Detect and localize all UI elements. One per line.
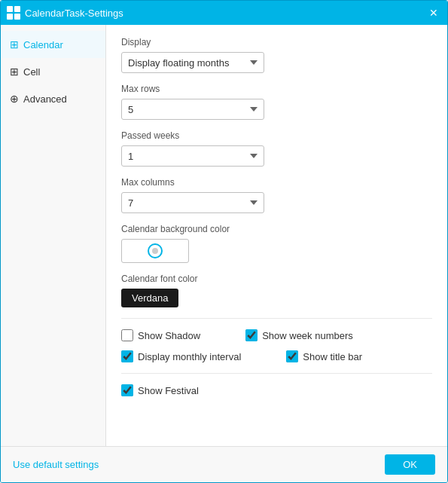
font-color-group: Calendar font color Verdana bbox=[121, 274, 432, 307]
display-label: Display bbox=[121, 37, 432, 47]
close-button[interactable]: ✕ bbox=[426, 5, 441, 20]
sidebar-item-calendar[interactable]: ⊞ Calendar bbox=[1, 31, 105, 58]
passed-weeks-label: Passed weeks bbox=[121, 130, 432, 141]
main-panel: Display Display floating months Display … bbox=[106, 25, 447, 446]
show-shadow-item[interactable]: Show Shadow bbox=[121, 329, 200, 341]
sidebar-item-cell[interactable]: ⊞ Cell bbox=[1, 58, 105, 85]
app-icon bbox=[7, 6, 20, 20]
show-title-bar-checkbox[interactable] bbox=[286, 350, 298, 362]
content-area: ⊞ Calendar ⊞ Cell ⊕ Advanced Display Dis… bbox=[1, 25, 447, 446]
checkbox-row-1: Show Shadow Show week numbers bbox=[121, 329, 432, 341]
display-monthly-interval-label: Display monthly interval bbox=[138, 351, 241, 362]
settings-window: CalendarTask-Settings ✕ ⊞ Calendar ⊞ Cel… bbox=[0, 0, 448, 483]
show-title-bar-label: Show title bar bbox=[303, 351, 362, 362]
sidebar-item-cell-label: Cell bbox=[23, 66, 40, 78]
display-monthly-interval-item[interactable]: Display monthly interval bbox=[121, 350, 241, 362]
calendar-icon: ⊞ bbox=[10, 38, 19, 50]
advanced-icon: ⊕ bbox=[10, 93, 19, 105]
cell-icon: ⊞ bbox=[10, 66, 19, 78]
bg-color-button[interactable] bbox=[121, 239, 189, 263]
font-button[interactable]: Verdana bbox=[121, 289, 178, 307]
max-columns-label: Max columns bbox=[121, 177, 432, 188]
show-festival-label: Show Festival bbox=[138, 385, 199, 396]
max-columns-group: Max columns 1234 567 bbox=[121, 177, 432, 213]
use-default-link[interactable]: Use default settings bbox=[13, 459, 99, 470]
bg-color-group: Calendar background color bbox=[121, 224, 432, 263]
display-monthly-interval-checkbox[interactable] bbox=[121, 350, 133, 362]
sidebar-item-calendar-label: Calendar bbox=[23, 39, 63, 50]
max-rows-label: Max rows bbox=[121, 84, 432, 94]
max-rows-group: Max rows 1234 567 bbox=[121, 84, 432, 120]
footer: Use default settings OK bbox=[1, 446, 447, 482]
color-circle-icon bbox=[148, 243, 163, 258]
show-week-numbers-label: Show week numbers bbox=[262, 330, 353, 341]
sidebar-item-advanced-label: Advanced bbox=[23, 93, 67, 105]
ok-button[interactable]: OK bbox=[385, 454, 435, 475]
passed-weeks-select[interactable]: 0123 bbox=[121, 145, 264, 167]
divider-1 bbox=[121, 318, 432, 319]
show-shadow-checkbox[interactable] bbox=[121, 329, 133, 341]
show-shadow-label: Show Shadow bbox=[138, 330, 200, 341]
display-select[interactable]: Display floating months Display fixed mo… bbox=[121, 52, 264, 73]
show-week-numbers-item[interactable]: Show week numbers bbox=[245, 329, 353, 341]
divider-2 bbox=[121, 373, 432, 374]
max-rows-select[interactable]: 1234 567 bbox=[121, 99, 264, 120]
passed-weeks-group: Passed weeks 0123 bbox=[121, 130, 432, 167]
show-week-numbers-checkbox[interactable] bbox=[245, 329, 258, 341]
title-bar: CalendarTask-Settings ✕ bbox=[1, 1, 447, 25]
bg-color-label: Calendar background color bbox=[121, 224, 432, 234]
show-festival-row: Show Festival bbox=[121, 384, 432, 396]
show-festival-checkbox[interactable] bbox=[121, 384, 133, 396]
display-group: Display Display floating months Display … bbox=[121, 37, 432, 73]
show-title-bar-item[interactable]: Show title bar bbox=[286, 350, 362, 362]
window-title: CalendarTask-Settings bbox=[25, 8, 426, 19]
sidebar-item-advanced[interactable]: ⊕ Advanced bbox=[1, 85, 105, 112]
show-festival-item[interactable]: Show Festival bbox=[121, 384, 432, 396]
max-columns-select[interactable]: 1234 567 bbox=[121, 192, 264, 213]
font-color-label: Calendar font color bbox=[121, 274, 432, 284]
checkbox-row-2: Display monthly interval Show title bar bbox=[121, 350, 432, 362]
sidebar: ⊞ Calendar ⊞ Cell ⊕ Advanced bbox=[1, 25, 106, 446]
